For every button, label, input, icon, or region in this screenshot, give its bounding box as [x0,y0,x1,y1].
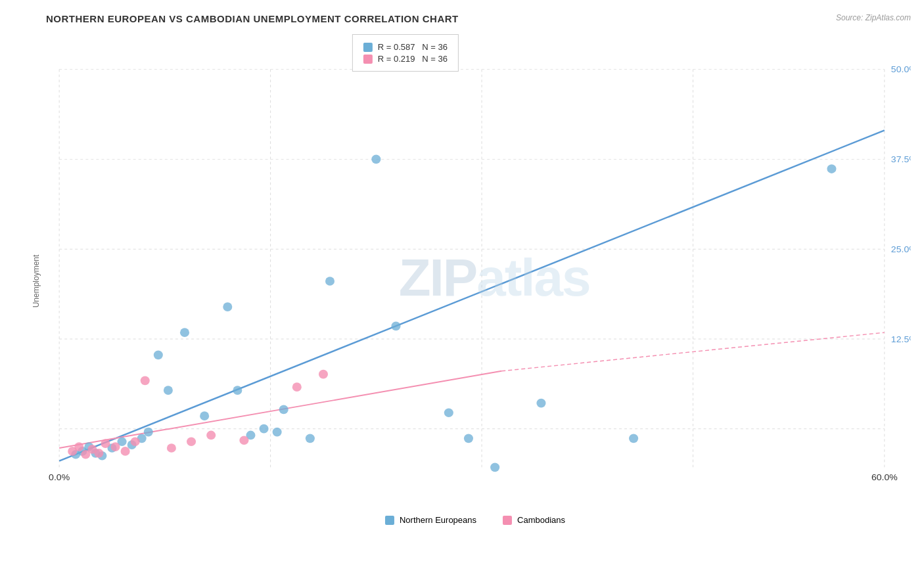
svg-point-55 [110,442,120,451]
bottom-legend-square-pink [503,516,512,525]
svg-point-59 [167,443,176,453]
bottom-legend: Northern Europeans Cambodians [385,515,565,525]
legend-r1: R = 0.587 N = 36 [378,42,448,52]
legend-r2: R = 0.219 N = 36 [378,54,448,64]
svg-point-28 [144,428,153,437]
svg-point-58 [141,376,150,386]
svg-point-56 [121,447,130,456]
svg-point-31 [180,328,189,337]
svg-text:37.5%: 37.5% [891,154,911,164]
chart-area: Unemployment R = 0.587 N = 36 R = 0.219 … [39,31,911,531]
y-axis-label: Unemployment [32,255,41,308]
svg-point-50 [74,442,83,451]
legend-square-blue [363,43,373,52]
svg-point-38 [279,405,289,415]
svg-point-41 [371,155,381,164]
svg-text:50.0%: 50.0% [891,64,911,75]
bottom-legend-label-cambodians: Cambodians [517,515,565,525]
legend-box: R = 0.587 N = 36 R = 0.219 N = 36 [352,34,459,72]
svg-point-40 [325,277,335,286]
svg-text:60.0%: 60.0% [871,472,898,482]
svg-point-33 [223,302,232,311]
svg-point-36 [260,424,269,434]
chart-title: NORTHERN EUROPEAN VS CAMBODIAN UNEMPLOYM… [46,13,911,24]
svg-text:25.0%: 25.0% [891,244,911,254]
source-label: Source: ZipAtlas.com [836,13,911,22]
svg-point-64 [319,370,328,379]
svg-text:12.5%: 12.5% [891,334,911,344]
svg-point-29 [154,351,163,360]
svg-point-32 [200,411,209,420]
svg-point-61 [206,431,216,440]
svg-point-53 [94,449,103,458]
legend-row-2: R = 0.219 N = 36 [363,54,448,64]
svg-line-16 [59,130,885,461]
svg-point-47 [629,434,638,443]
svg-point-60 [187,437,196,446]
svg-point-57 [131,437,140,446]
bottom-legend-label-northern-europeans: Northern Europeans [400,515,476,525]
svg-point-42 [391,322,400,331]
bottom-legend-square-blue [385,516,394,525]
svg-point-34 [233,386,242,395]
svg-point-37 [273,428,282,437]
legend-square-pink [363,55,373,64]
svg-point-30 [164,386,173,395]
svg-point-45 [490,462,499,472]
svg-point-39 [306,434,315,443]
svg-point-48 [827,164,836,173]
svg-point-43 [444,408,453,417]
svg-point-63 [292,382,302,392]
svg-text:0.0%: 0.0% [49,472,70,482]
legend-row-1: R = 0.587 N = 36 [363,42,448,52]
bottom-legend-northern-europeans: Northern Europeans [385,515,476,525]
bottom-legend-cambodians: Cambodians [503,515,565,525]
svg-point-54 [101,439,110,448]
chart-container: NORTHERN EUROPEAN VS CAMBODIAN UNEMPLOYM… [0,0,924,586]
chart-svg: 50.0% 37.5% 25.0% 12.5% 0.0% 60.0% [39,31,911,531]
svg-point-62 [239,436,248,445]
svg-point-46 [536,399,545,408]
svg-point-44 [464,434,473,443]
